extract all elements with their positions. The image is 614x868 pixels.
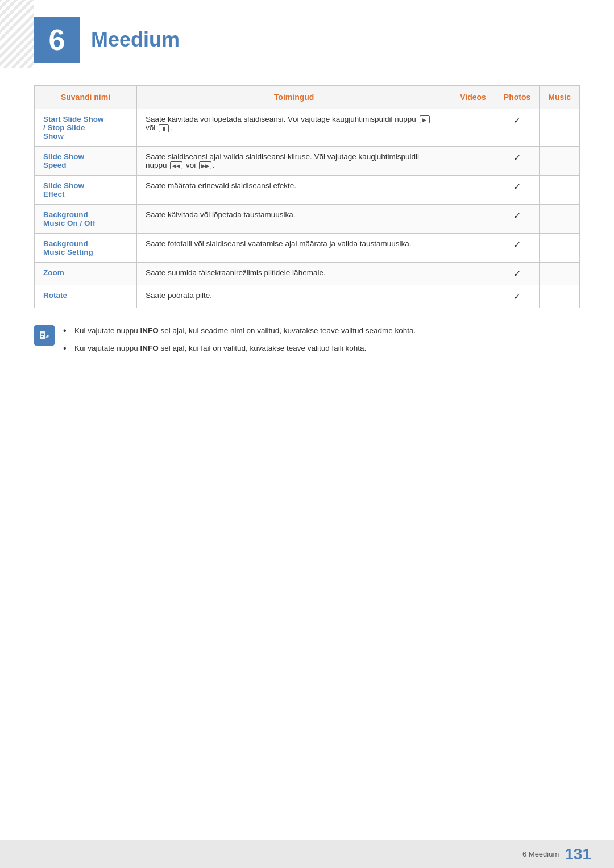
row-description: Saate suumida täisekraanirežiimis piltid… bbox=[137, 263, 451, 285]
table-row: Rotate Saate pöörata pilte. ✓ bbox=[35, 285, 580, 308]
checkmark: ✓ bbox=[513, 292, 521, 301]
row-description: Saate käivitada või lõpetada taustamuusi… bbox=[137, 205, 451, 234]
svg-rect-2 bbox=[41, 334, 44, 335]
row-name: Slide ShowSpeed bbox=[35, 147, 137, 176]
page-decoration bbox=[0, 0, 34, 68]
row-name: BackgroundMusic On / Off bbox=[35, 205, 137, 234]
svg-rect-3 bbox=[41, 336, 43, 337]
header-toimingud: Toimingud bbox=[137, 86, 451, 109]
checkmark: ✓ bbox=[513, 182, 521, 192]
row-description: Saate slaidiseansi ajal valida slaidisea… bbox=[137, 147, 451, 176]
checkmark: ✓ bbox=[513, 115, 521, 125]
row-photos: ✓ bbox=[495, 205, 539, 234]
feature-table: Suvandi nimi Toimingud Videos Photos Mus… bbox=[34, 85, 580, 308]
row-videos bbox=[451, 109, 495, 147]
table-row: BackgroundMusic Setting Saate fotofaili … bbox=[35, 234, 580, 263]
row-music bbox=[540, 205, 580, 234]
checkmark: ✓ bbox=[513, 211, 521, 221]
row-music bbox=[540, 285, 580, 308]
row-music bbox=[540, 234, 580, 263]
table-row: Slide ShowEffect Saate määrata erinevaid… bbox=[35, 176, 580, 205]
row-videos bbox=[451, 263, 495, 285]
row-description: Saate määrata erinevaid slaidiseansi efe… bbox=[137, 176, 451, 205]
note-text-1: Kui vajutate nuppu INFO sel ajal, kui se… bbox=[74, 326, 416, 335]
chapter-number: 6 bbox=[49, 23, 65, 57]
row-videos bbox=[451, 176, 495, 205]
checkmark: ✓ bbox=[513, 269, 521, 279]
note-list: Kui vajutate nuppu INFO sel ajal, kui se… bbox=[63, 325, 416, 360]
row-videos bbox=[451, 205, 495, 234]
table-row: Slide ShowSpeed Saate slaidiseansi ajal … bbox=[35, 147, 580, 176]
row-name: Start Slide Show/ Stop SlideShow bbox=[35, 109, 137, 147]
table-row: Start Slide Show/ Stop SlideShow Saate k… bbox=[35, 109, 580, 147]
table-row: Zoom Saate suumida täisekraanirežiimis p… bbox=[35, 263, 580, 285]
footer: 6 Meedium 131 bbox=[0, 840, 614, 868]
row-photos: ✓ bbox=[495, 109, 539, 147]
pause-icon: ⏸ bbox=[159, 124, 169, 132]
header-photos: Photos bbox=[495, 86, 539, 109]
row-music bbox=[540, 109, 580, 147]
header-suvandi: Suvandi nimi bbox=[35, 86, 137, 109]
row-photos: ✓ bbox=[495, 263, 539, 285]
row-description: Saate käivitada või lõpetada slaidiseans… bbox=[137, 109, 451, 147]
row-music bbox=[540, 263, 580, 285]
row-music bbox=[540, 176, 580, 205]
chapter-header: 6 Meedium bbox=[34, 11, 580, 63]
row-music bbox=[540, 147, 580, 176]
svg-rect-1 bbox=[41, 333, 44, 334]
header-music: Music bbox=[540, 86, 580, 109]
note-icon bbox=[34, 325, 55, 346]
row-description: Saate fotofaili või slaidiseansi vaatami… bbox=[137, 234, 451, 263]
note-item: Kui vajutate nuppu INFO sel ajal, kui fa… bbox=[63, 343, 416, 354]
row-videos bbox=[451, 234, 495, 263]
chapter-title: Meedium bbox=[91, 28, 180, 52]
next-icon: ▶▶ bbox=[199, 161, 211, 169]
row-photos: ✓ bbox=[495, 147, 539, 176]
checkmark: ✓ bbox=[513, 240, 521, 250]
prev-icon: ◀◀ bbox=[170, 161, 182, 169]
footer-page-number: 131 bbox=[565, 845, 591, 863]
header-videos: Videos bbox=[451, 86, 495, 109]
note-text-2: Kui vajutate nuppu INFO sel ajal, kui fa… bbox=[74, 344, 366, 352]
note-item: Kui vajutate nuppu INFO sel ajal, kui se… bbox=[63, 325, 416, 337]
row-photos: ✓ bbox=[495, 234, 539, 263]
checkmark: ✓ bbox=[513, 153, 521, 163]
play-icon: ▶ bbox=[420, 115, 430, 123]
row-name: Slide ShowEffect bbox=[35, 176, 137, 205]
row-name: Zoom bbox=[35, 263, 137, 285]
row-name: BackgroundMusic Setting bbox=[35, 234, 137, 263]
row-description: Saate pöörata pilte. bbox=[137, 285, 451, 308]
note-section: Kui vajutate nuppu INFO sel ajal, kui se… bbox=[34, 325, 580, 360]
footer-chapter-text: 6 Meedium bbox=[522, 850, 559, 858]
row-videos bbox=[451, 285, 495, 308]
chapter-number-box: 6 bbox=[34, 17, 80, 63]
row-name: Rotate bbox=[35, 285, 137, 308]
table-row: BackgroundMusic On / Off Saate käivitada… bbox=[35, 205, 580, 234]
row-photos: ✓ bbox=[495, 176, 539, 205]
main-content: Suvandi nimi Toimingud Videos Photos Mus… bbox=[34, 85, 580, 360]
row-photos: ✓ bbox=[495, 285, 539, 308]
row-videos bbox=[451, 147, 495, 176]
